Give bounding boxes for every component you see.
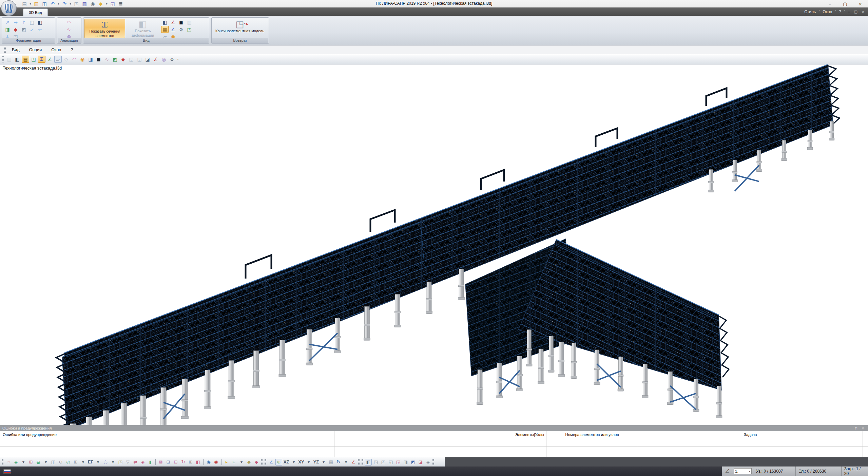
tb-wire-faded[interactable]: ▨ <box>5 56 13 63</box>
proj-yz-dropdown[interactable]: ▾ <box>320 459 327 465</box>
frag-arrow-ne[interactable]: ↗ <box>4 19 11 26</box>
toolbar-grip[interactable] <box>4 47 6 53</box>
bt-zoom-in[interactable]: ◉ <box>205 459 212 465</box>
menu-options[interactable]: Опции <box>24 47 47 52</box>
tb-fragment-add[interactable]: ◲ <box>128 56 135 63</box>
close-button[interactable]: × <box>853 0 868 7</box>
pin-icon[interactable]: ⊓ <box>853 425 859 431</box>
frag-cube-green[interactable]: ◨ <box>4 26 11 33</box>
toolbar-grip[interactable] <box>432 459 434 465</box>
tb-beam-sections[interactable]: Ɪ <box>38 56 45 63</box>
restore-button[interactable]: ▢ <box>837 0 853 7</box>
proj-axes[interactable]: ∠ <box>268 459 275 465</box>
frag-arrow-right[interactable]: → <box>12 19 19 26</box>
view-cube-node[interactable]: ◰ <box>186 26 193 33</box>
toolbar-grip[interactable] <box>265 459 266 465</box>
russian-flag-icon[interactable] <box>3 469 11 474</box>
bt-axis-l[interactable]: ∟ <box>231 459 237 465</box>
bt-select-cube[interactable]: ◧ <box>195 459 201 465</box>
tb-spline[interactable]: ◠ <box>71 56 78 63</box>
mdi-minimize-button[interactable]: – <box>847 9 851 14</box>
bt-cylinder[interactable]: ◫ <box>50 459 57 465</box>
lira-sapr-logo[interactable] <box>1 0 17 16</box>
menu-window[interactable]: Окно <box>46 47 66 52</box>
tb-cube-node[interactable]: ◰ <box>30 56 37 63</box>
toolbar-grip[interactable] <box>362 459 363 465</box>
tb-axes-global[interactable]: ∠ <box>152 56 159 63</box>
frag-cube-cut[interactable]: ◆ <box>12 26 19 33</box>
tb-axes-local[interactable]: ∠ <box>46 56 54 63</box>
tb-sphere[interactable]: ◉ <box>79 56 86 63</box>
bt-print3d[interactable]: ◳ <box>117 459 124 465</box>
mdi-restore-button[interactable]: ▢ <box>852 9 859 14</box>
bt-select-clear[interactable]: ⊟ <box>172 459 179 465</box>
frag-arrow-left[interactable]: ← <box>36 26 44 33</box>
cubeview-left[interactable]: ◱ <box>387 459 394 465</box>
tb-cube-shade[interactable]: ◪ <box>144 56 151 63</box>
mdi-close-button[interactable]: × <box>860 9 866 14</box>
proj-rotate-dropdown[interactable]: ▾ <box>343 459 349 465</box>
frag-arrow-sw[interactable]: ↙ <box>28 26 36 33</box>
cubeview-persp[interactable]: ◈ <box>425 459 431 465</box>
tb-cube-copy[interactable]: ◨ <box>87 56 94 63</box>
tb-cube-faded[interactable]: ◇ <box>62 56 70 63</box>
bt-flows-dropdown[interactable]: ▾ <box>20 459 27 465</box>
menu-view[interactable]: Вид <box>7 47 24 52</box>
bt-funnel[interactable]: ▽ <box>124 459 131 465</box>
bt-select-nodes[interactable]: ⊡ <box>165 459 172 465</box>
cubeview-back[interactable]: ◩ <box>410 459 417 465</box>
tb-cube-dark[interactable]: ◧ <box>14 56 21 63</box>
bt-node-frame[interactable]: ⊞ <box>27 459 34 465</box>
menu-help[interactable]: ? <box>66 47 78 52</box>
bt-ellipse[interactable]: ◒ <box>35 459 42 465</box>
help-menu[interactable]: ? <box>837 9 843 14</box>
frag-arrow-up[interactable]: ↑ <box>20 19 27 26</box>
bt-poly-select[interactable]: ▱ <box>5 459 12 465</box>
bt-frame-magnify[interactable]: ◈ <box>139 459 146 465</box>
toolbar-grip[interactable] <box>2 56 4 62</box>
show-deformations-button[interactable]: ◧ Показать деформации <box>127 19 159 38</box>
bt-flashlight[interactable]: ▸ <box>223 459 230 465</box>
bt-ellipse-dropdown[interactable]: ▾ <box>42 459 49 465</box>
tb-cube-red[interactable]: ◆ <box>119 56 127 63</box>
toolbar-grip[interactable] <box>2 459 3 465</box>
table-scrollbar-track[interactable] <box>863 431 868 458</box>
toolbar-grip[interactable] <box>358 459 360 465</box>
bt-select-rotate[interactable]: ↻ <box>180 459 187 465</box>
cubeview-top[interactable]: ◳ <box>372 459 379 465</box>
bt-ef[interactable]: EF <box>87 459 94 465</box>
bt-swap[interactable]: ⇄ <box>132 459 139 465</box>
bt-pen-dropdown[interactable]: ▾ <box>110 459 116 465</box>
3d-model[interactable] <box>0 64 868 425</box>
proj-rotate[interactable]: ↻ <box>335 459 342 465</box>
animation-mode[interactable]: ∿ <box>65 26 73 33</box>
close-icon[interactable]: × <box>860 425 866 431</box>
bt-axis-dropdown[interactable]: ▾ <box>238 459 245 465</box>
bt-select-elements[interactable]: ⊠ <box>157 459 164 465</box>
bt-brush[interactable]: ▮ <box>147 459 154 465</box>
view-cube-dark[interactable]: ◼ <box>177 19 185 26</box>
window-menu[interactable]: Окно <box>821 9 833 14</box>
cubeview-iso[interactable]: ◧ <box>365 459 372 465</box>
tb-animation[interactable]: ◎ <box>160 56 168 63</box>
proj-plane[interactable]: ▦ <box>328 459 334 465</box>
load-case-combo[interactable]: 1.▾ <box>732 467 753 476</box>
minimize-button[interactable]: – <box>822 0 837 7</box>
bt-pencil[interactable]: ◆ <box>246 459 252 465</box>
column-header[interactable]: Ошибка или предупреждение <box>0 431 334 446</box>
cubeview-dim[interactable]: ◪ <box>417 459 424 465</box>
view-wire-building[interactable]: ▦ <box>161 26 169 33</box>
load-mode-icon[interactable]: ∠ <box>722 467 732 476</box>
tb-model-gear[interactable]: ⚙ <box>168 56 176 63</box>
proj-free-move[interactable]: ⊕ <box>275 459 282 465</box>
proj-xz-dropdown[interactable]: ▾ <box>290 459 297 465</box>
bt-marker[interactable]: ◆ <box>253 459 260 465</box>
tb-options-chevron[interactable]: ▾ <box>176 56 179 63</box>
tb-cube-black[interactable]: ◼ <box>95 56 102 63</box>
fe-model-button[interactable]: ◳↷ Конечноэлементная модель <box>213 19 267 38</box>
cubeview-front[interactable]: ◨ <box>402 459 409 465</box>
cubeview-right[interactable]: ◲ <box>395 459 402 465</box>
tb-curve-n[interactable]: ∿ <box>103 56 111 63</box>
tb-cube-green[interactable]: ◩ <box>111 56 119 63</box>
proj-axes-global[interactable]: ∠ <box>350 459 357 465</box>
